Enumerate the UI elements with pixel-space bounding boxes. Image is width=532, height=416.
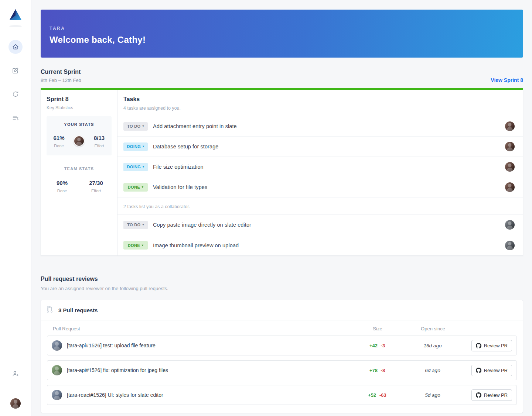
pr-author-avatar: [52, 390, 62, 400]
task-status-label: DONE: [128, 185, 140, 189]
home-icon: [12, 43, 19, 51]
sprint-name: Sprint 8: [47, 96, 112, 103]
task-assignee-avatar: [505, 220, 515, 230]
sidebar-item-home[interactable]: [8, 40, 23, 54]
logo-shadow: [9, 25, 22, 27]
github-icon: [476, 368, 481, 373]
key-statistics-label: Key Statistics: [47, 105, 112, 110]
task-assignee-avatar: [505, 241, 515, 250]
user-avatar[interactable]: [10, 398, 21, 409]
pr-additions: +78: [369, 368, 378, 373]
chevron-down-icon: ▾: [143, 165, 144, 168]
pr-column-title: Pull Request: [53, 326, 357, 331]
task-title: Image thumbnail preview on upload: [153, 243, 239, 248]
sidebar-item-compose[interactable]: [8, 63, 23, 78]
team-stats-panel: TEAM STATS 90% Done 27/30 Effort: [47, 166, 112, 193]
team-done-label: Done: [52, 189, 72, 193]
add-user-icon: [12, 370, 19, 377]
task-assignee-avatar: [505, 182, 515, 192]
tara-logo: [7, 7, 24, 23]
pr-deletions: -8: [381, 368, 385, 373]
pr-deletions: -63: [379, 392, 386, 398]
review-pr-label: Review PR: [484, 368, 508, 373]
tasks-panel: Tasks 4 tasks are assigned to you. TO DO…: [117, 90, 523, 255]
your-stats-label: YOUR STATS: [50, 122, 109, 127]
pr-card-title: 3 Pull requests: [58, 307, 98, 313]
pr-open-since: 16d ago: [398, 343, 468, 348]
sprint-date-range: 8th Feb – 12th Feb: [41, 78, 81, 83]
task-row[interactable]: DONE ▾ Image thumbnail preview on upload: [117, 235, 523, 255]
chevron-down-icon: ▾: [142, 186, 143, 189]
team-effort-label: Effort: [86, 189, 106, 193]
your-effort-value: 8/13: [90, 135, 109, 141]
task-assignee-avatar: [505, 121, 515, 131]
pr-additions: +52: [368, 392, 376, 398]
task-status-label: DOING: [127, 165, 141, 169]
pull-requests-card: 3 Pull requests Pull Request Size Open s…: [41, 300, 523, 413]
task-status-label: TO DO: [127, 223, 140, 227]
assigned-tasks-note: 4 tasks are assigned to you.: [123, 106, 517, 111]
task-assignee-avatar: [505, 162, 515, 172]
compose-icon: [12, 67, 19, 74]
sidebar-item-workflows[interactable]: [8, 111, 23, 125]
task-status-label: DONE: [128, 243, 140, 248]
team-done-value: 90%: [52, 180, 72, 186]
pr-size: +42 -3: [357, 343, 398, 348]
pr-size: +52 -63: [357, 392, 398, 398]
task-title: Database setup for storage: [153, 144, 219, 149]
chevron-down-icon: ▾: [142, 223, 144, 226]
review-pr-button[interactable]: Review PR: [471, 365, 512, 376]
main-content: TARA Welcome back, Cathy! Current Sprint…: [31, 0, 532, 416]
chevron-down-icon: ▾: [142, 125, 144, 128]
pr-section-subtitle: You are an assigned reviewer on the foll…: [41, 286, 523, 291]
task-row[interactable]: DONE ▾ Validation for file types: [117, 177, 523, 197]
tasks-title: Tasks: [123, 96, 517, 103]
chevron-down-icon: ▾: [142, 244, 143, 247]
review-pr-button[interactable]: Review PR: [471, 340, 512, 351]
pr-section-title: Pull request reviews: [41, 276, 523, 282]
sidebar: [0, 0, 31, 416]
review-pr-button[interactable]: Review PR: [471, 389, 512, 401]
task-status-dropdown[interactable]: DOING ▾: [123, 142, 148, 151]
team-effort-value: 27/30: [86, 180, 106, 186]
pr-author-avatar: [52, 340, 62, 351]
pr-additions: +42: [369, 343, 378, 348]
workflow-icon: [12, 114, 19, 121]
app-name: TARA: [50, 26, 523, 31]
task-row[interactable]: DOING ▾ Database setup for storage: [117, 137, 523, 157]
your-stats-panel: YOUR STATS 61% Done 8/13 Effort: [47, 116, 112, 155]
task-status-dropdown[interactable]: DOING ▾: [123, 163, 148, 171]
task-status-dropdown[interactable]: TO DO ▾: [123, 122, 148, 131]
task-title: File size optimization: [153, 164, 204, 170]
pr-title: [tara-api#1526] fix: optimization for jp…: [67, 367, 357, 373]
task-row[interactable]: DOING ▾ File size optimization: [117, 157, 523, 177]
task-status-dropdown[interactable]: DONE ▾: [123, 183, 148, 192]
invite-user-button[interactable]: [8, 367, 23, 381]
task-status-dropdown[interactable]: TO DO ▾: [123, 221, 148, 229]
sidebar-item-sprints[interactable]: [8, 87, 23, 101]
welcome-banner: TARA Welcome back, Cathy!: [41, 10, 523, 58]
pr-table-header: Pull Request Size Open since: [41, 320, 523, 336]
task-status-dropdown[interactable]: DONE ▾: [123, 241, 148, 250]
task-title: Validation for file types: [153, 184, 207, 190]
view-sprint-link[interactable]: View Sprint 8: [491, 77, 523, 83]
task-status-label: DOING: [127, 144, 141, 149]
review-pr-label: Review PR: [484, 392, 508, 398]
pr-column-size: Size: [357, 326, 398, 331]
github-icon: [476, 343, 481, 348]
pr-deletions: -3: [381, 343, 385, 348]
pr-row[interactable]: [tara-api#1526] fix: optimization for jp…: [47, 360, 517, 380]
pr-row[interactable]: [tara-api#1526] test: upload file featur…: [47, 336, 517, 355]
your-effort-label: Effort: [90, 144, 109, 148]
task-status-label: TO DO: [127, 124, 140, 128]
chevron-down-icon: ▾: [143, 145, 144, 148]
pr-size: +78 -8: [357, 368, 398, 373]
task-row[interactable]: TO DO ▾ Add attachment entry point in sl…: [117, 116, 523, 137]
task-assignee-avatar: [505, 142, 515, 151]
sprint-card: Sprint 8 Key Statistics YOUR STATS 61% D…: [41, 90, 523, 256]
collaborator-tasks-note: 2 tasks list you as a collaborator.: [117, 197, 523, 215]
task-title: Add attachment entry point in slate: [153, 123, 237, 129]
task-row[interactable]: TO DO ▾ Copy paste image directly on sla…: [117, 215, 523, 235]
review-pr-label: Review PR: [484, 343, 508, 348]
pr-row[interactable]: [tara-react#1526] UI: styles for slate e…: [47, 385, 517, 405]
